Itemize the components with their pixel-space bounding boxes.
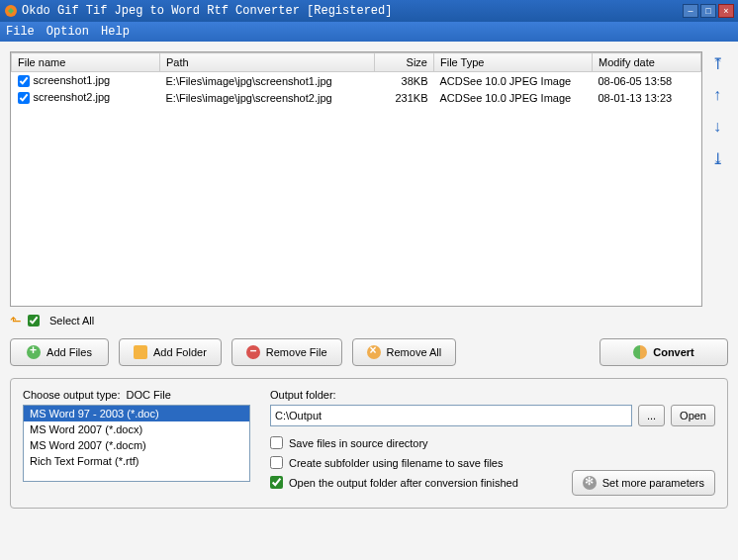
check-create-sub-row: Create subfolder using filename to save … — [270, 456, 572, 469]
output-folder-input[interactable] — [270, 405, 632, 426]
app-icon — [4, 4, 18, 18]
cell-path: E:\Files\image\jpg\screenshot2.jpg — [160, 89, 375, 106]
move-down-button[interactable]: ↓ — [707, 117, 727, 137]
convert-label: Convert — [653, 346, 694, 358]
titlebar: Okdo Gif Tif Jpeg to Word Rtf Converter … — [0, 0, 738, 22]
col-size[interactable]: Size — [375, 53, 434, 72]
add-folder-label: Add Folder — [153, 346, 207, 358]
row-checkbox[interactable] — [18, 92, 30, 104]
col-filename[interactable]: File name — [12, 53, 160, 72]
check-save-source[interactable] — [270, 436, 283, 449]
table-header-row: File name Path Size File Type Modify dat… — [12, 53, 701, 72]
add-files-button[interactable]: Add Files — [10, 338, 109, 366]
settings-panel: Choose output type: DOC File MS Word 97 … — [10, 378, 728, 509]
gear-icon — [583, 476, 597, 490]
reorder-arrows: ⤒ ↑ ↓ ⤓ — [706, 51, 728, 307]
cell-filename: screenshot1.jpg — [34, 74, 111, 86]
options-row: Save files in source directory Create su… — [270, 436, 715, 496]
select-all-row: ⬑ Select All — [10, 313, 728, 328]
col-modify[interactable]: Modify date — [593, 53, 701, 72]
remove-file-label: Remove File — [266, 346, 327, 358]
current-type: DOC File — [127, 389, 171, 401]
up-arrow-icon: ⬑ — [10, 313, 22, 328]
check-create-sub[interactable] — [270, 456, 283, 469]
window-title: Okdo Gif Tif Jpeg to Word Rtf Converter … — [22, 4, 683, 18]
remove-all-button[interactable]: Remove All — [352, 338, 457, 366]
output-folder-row: ... Open — [270, 405, 715, 426]
check-open-after[interactable] — [270, 476, 283, 489]
menu-file[interactable]: File — [6, 25, 35, 39]
check-create-sub-label: Create subfolder using filename to save … — [289, 457, 503, 469]
browse-button[interactable]: ... — [638, 405, 665, 426]
minimize-button[interactable]: – — [683, 4, 698, 18]
col-path[interactable]: Path — [160, 53, 375, 72]
listbox-item[interactable]: MS Word 2007 (*.docx) — [24, 421, 249, 437]
file-table: File name Path Size File Type Modify dat… — [11, 52, 701, 106]
minus-icon — [246, 345, 260, 359]
table-row[interactable]: screenshot2.jpg E:\Files\image\jpg\scree… — [12, 89, 701, 106]
add-folder-button[interactable]: Add Folder — [119, 338, 222, 366]
col-filetype[interactable]: File Type — [434, 53, 593, 72]
cell-size: 38KB — [375, 72, 434, 90]
cell-path: E:\Files\image\jpg\screenshot1.jpg — [160, 72, 375, 90]
output-type-listbox[interactable]: MS Word 97 - 2003 (*.doc) MS Word 2007 (… — [23, 405, 250, 482]
cell-modify: 08-01-13 13:23 — [593, 89, 701, 106]
menu-option[interactable]: Option — [46, 25, 89, 39]
checkbox-group: Save files in source directory Create su… — [270, 436, 572, 496]
table-row[interactable]: screenshot1.jpg E:\Files\image\jpg\scree… — [12, 72, 701, 90]
convert-button[interactable]: Convert — [600, 338, 728, 366]
maximize-button[interactable]: □ — [700, 4, 716, 18]
plus-icon — [27, 345, 41, 359]
remove-file-button[interactable]: Remove File — [231, 338, 342, 366]
select-all-checkbox[interactable] — [28, 315, 40, 327]
select-all-label: Select All — [49, 315, 94, 327]
listbox-item[interactable]: Rich Text Format (*.rtf) — [24, 453, 249, 469]
check-open-after-label: Open the output folder after conversion … — [289, 477, 518, 489]
cell-modify: 08-06-05 13:58 — [593, 72, 701, 90]
output-folder-column: Output folder: ... Open Save files in so… — [270, 389, 715, 496]
add-files-label: Add Files — [46, 346, 92, 358]
listbox-item[interactable]: MS Word 97 - 2003 (*.doc) — [24, 406, 249, 421]
output-folder-label: Output folder: — [270, 389, 715, 401]
convert-icon — [633, 345, 647, 359]
choose-output-type-label: Choose output type: DOC File — [23, 389, 250, 401]
file-table-container: File name Path Size File Type Modify dat… — [10, 51, 702, 307]
menu-help[interactable]: Help — [101, 25, 130, 39]
folder-icon — [134, 345, 147, 359]
cell-type: ACDSee 10.0 JPEG Image — [434, 89, 593, 106]
menubar: File Option Help — [0, 22, 738, 42]
content-area: File name Path Size File Type Modify dat… — [0, 42, 738, 560]
close-button[interactable]: × — [718, 4, 734, 18]
cell-size: 231KB — [375, 89, 434, 106]
check-save-source-label: Save files in source directory — [289, 437, 428, 449]
action-button-row: Add Files Add Folder Remove File Remove … — [10, 338, 728, 366]
move-up-button[interactable]: ↑ — [707, 85, 727, 105]
cell-filename: screenshot2.jpg — [34, 91, 111, 103]
check-open-after-row: Open the output folder after conversion … — [270, 476, 572, 489]
output-type-column: Choose output type: DOC File MS Word 97 … — [23, 389, 250, 496]
check-save-source-row: Save files in source directory — [270, 436, 572, 449]
listbox-item[interactable]: MS Word 2007 (*.docm) — [24, 437, 249, 453]
cell-type: ACDSee 10.0 JPEG Image — [434, 72, 593, 90]
window-controls: – □ × — [683, 4, 734, 18]
remove-all-label: Remove All — [387, 346, 442, 358]
set-more-parameters-button[interactable]: Set more parameters — [572, 470, 715, 496]
clear-icon — [367, 345, 381, 359]
move-top-button[interactable]: ⤒ — [707, 53, 727, 73]
move-bottom-button[interactable]: ⤓ — [707, 148, 727, 168]
file-list-area: File name Path Size File Type Modify dat… — [10, 51, 728, 307]
open-folder-button[interactable]: Open — [671, 405, 715, 426]
row-checkbox[interactable] — [18, 75, 30, 87]
params-label: Set more parameters — [602, 477, 704, 489]
